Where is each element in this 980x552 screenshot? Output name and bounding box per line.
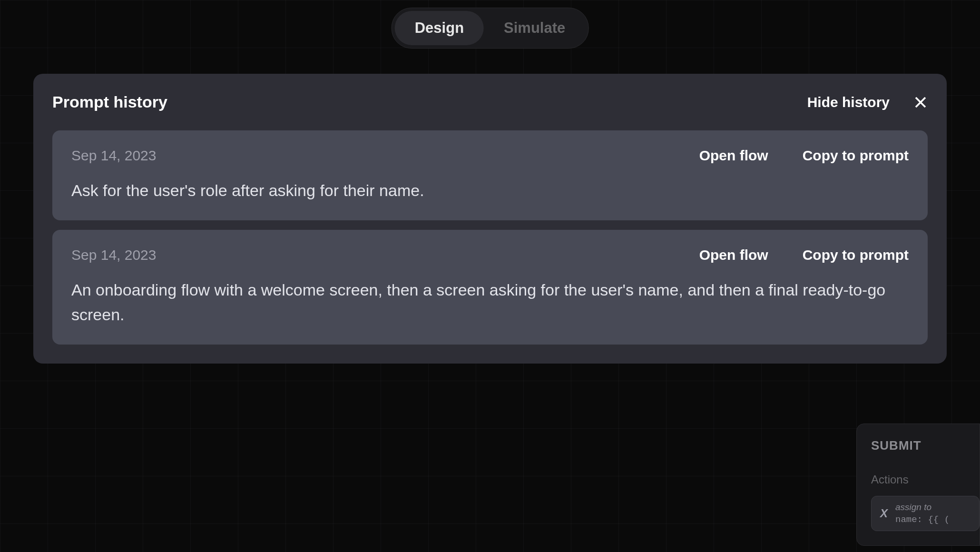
action-pill-content: assign to name: {{ (: [895, 502, 950, 525]
prompt-history-modal: Prompt history Hide history Sep 14, 2023…: [33, 74, 947, 364]
history-date: Sep 14, 2023: [71, 148, 157, 164]
history-item: Sep 14, 2023 Open flow Copy to prompt An…: [52, 230, 928, 345]
history-item-header: Sep 14, 2023 Open flow Copy to prompt: [71, 247, 909, 263]
action-name-value: name: {{ (: [895, 514, 950, 525]
hide-history-button[interactable]: Hide history: [807, 94, 890, 110]
close-icon: [913, 95, 928, 109]
mode-tabs: Design Simulate: [392, 8, 589, 49]
open-flow-button[interactable]: Open flow: [699, 148, 768, 164]
tab-design[interactable]: Design: [395, 11, 484, 45]
copy-to-prompt-button[interactable]: Copy to prompt: [803, 148, 909, 164]
tab-simulate[interactable]: Simulate: [484, 11, 585, 45]
action-pill-remove-icon[interactable]: X: [880, 507, 888, 520]
history-date: Sep 14, 2023: [71, 247, 157, 263]
action-assign-label: assign to: [895, 502, 950, 513]
history-actions: Open flow Copy to prompt: [699, 148, 909, 164]
history-actions: Open flow Copy to prompt: [699, 247, 909, 263]
action-pill[interactable]: X assign to name: {{ (: [871, 496, 980, 531]
history-prompt-text: Ask for the user's role after asking for…: [71, 178, 909, 203]
modal-header-actions: Hide history: [807, 94, 928, 110]
copy-to-prompt-button[interactable]: Copy to prompt: [803, 247, 909, 263]
submit-heading: SUBMIT: [871, 438, 980, 453]
close-button[interactable]: [913, 95, 928, 109]
actions-heading: Actions: [871, 473, 980, 486]
background-action-panel: SUBMIT Actions X assign to name: {{ (: [856, 424, 980, 546]
open-flow-button[interactable]: Open flow: [699, 247, 768, 263]
modal-title: Prompt history: [52, 93, 167, 111]
history-item-header: Sep 14, 2023 Open flow Copy to prompt: [71, 148, 909, 164]
modal-header: Prompt history Hide history: [52, 93, 928, 111]
history-prompt-text: An onboarding flow with a welcome screen…: [71, 277, 909, 327]
history-item: Sep 14, 2023 Open flow Copy to prompt As…: [52, 130, 928, 220]
